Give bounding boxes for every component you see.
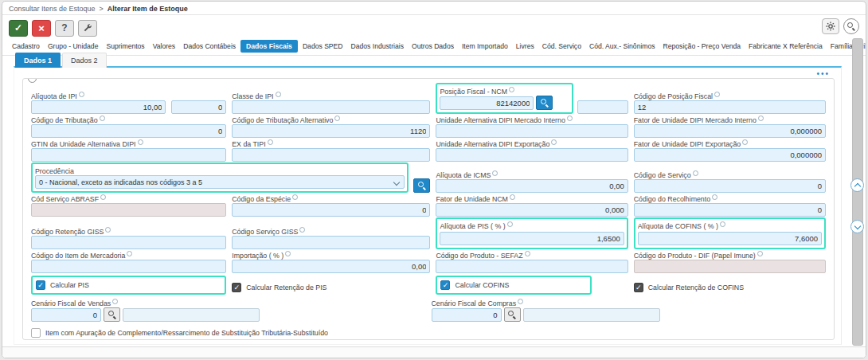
tab-dados-contabeis[interactable]: Dados Contábeis: [180, 40, 239, 53]
settings-button[interactable]: [822, 18, 839, 34]
info-icon[interactable]: [757, 251, 763, 256]
unidade-alt-dipi-exp-input[interactable]: [436, 148, 628, 162]
codigo-retencao-giss-input[interactable]: [31, 236, 226, 249]
tab-fabricante-x-referencia[interactable]: Fabricante X Referência: [745, 40, 826, 53]
info-icon[interactable]: [112, 299, 118, 304]
info-icon[interactable]: [712, 194, 717, 200]
tab-suprimentos[interactable]: Suprimentos: [103, 40, 147, 53]
info-icon[interactable]: [567, 115, 573, 121]
info-icon[interactable]: [105, 227, 111, 233]
subtab-dados-1[interactable]: Dados 1: [15, 53, 61, 68]
calcular-cofins-checkbox[interactable]: Calcular COFINS: [436, 276, 592, 295]
aliquota-ipi-aux-input[interactable]: [171, 100, 226, 114]
procedencia-search-button[interactable]: [413, 178, 430, 193]
scroll-down-button[interactable]: [850, 220, 864, 233]
ncm-aux-input[interactable]: [577, 100, 628, 114]
checkbox-checked-icon[interactable]: [634, 283, 643, 292]
ncm-search-button[interactable]: [536, 96, 553, 110]
info-icon[interactable]: [100, 115, 105, 121]
calcular-retencao-pis-checkbox[interactable]: Calcular Retenção de PIS: [232, 280, 430, 295]
tab-grupo-unidade[interactable]: Grupo - Unidade: [45, 40, 102, 53]
codigo-item-mercadoria-input[interactable]: [31, 260, 226, 273]
info-icon[interactable]: [509, 87, 514, 92]
tab-outros-dados[interactable]: Outros Dados: [409, 40, 457, 53]
procedencia-select[interactable]: 0 - Nacional, exceto as indicadas nos có…: [35, 175, 405, 189]
info-icon[interactable]: [334, 115, 340, 121]
cenario-vendas-code-input[interactable]: [31, 308, 101, 322]
checkbox-checked-icon[interactable]: [440, 280, 450, 290]
tab-reposicao-preco-venda[interactable]: Reposição - Preço Venda: [660, 40, 744, 53]
codigo-produto-dif-input: [634, 260, 826, 273]
tools-button[interactable]: [78, 20, 97, 37]
aliquota-ipi-input[interactable]: [31, 100, 166, 114]
info-icon[interactable]: [276, 92, 281, 97]
info-icon[interactable]: [138, 139, 143, 145]
unidade-alt-dipi-mi-input[interactable]: [436, 124, 628, 138]
fator-unidade-ncm-input[interactable]: [436, 203, 628, 217]
info-icon[interactable]: [693, 170, 698, 176]
scroll-up-button[interactable]: [850, 178, 864, 192]
vertical-scrollbar[interactable]: [852, 38, 863, 346]
info-icon[interactable]: [79, 92, 84, 97]
gtin-dipi-input[interactable]: [31, 148, 226, 162]
aliquota-cofins-input[interactable]: [638, 232, 822, 245]
ex-tipi-input[interactable]: [232, 148, 430, 162]
cenario-compras-code-input[interactable]: [432, 308, 502, 322]
confirm-button[interactable]: ✓: [9, 20, 28, 37]
info-icon[interactable]: [100, 194, 106, 200]
tab-dados-sped[interactable]: Dados SPED: [299, 40, 346, 53]
calcular-pis-checkbox[interactable]: Calcular PIS: [31, 276, 226, 295]
fator-dipi-mi-input[interactable]: [634, 124, 826, 138]
cancel-button[interactable]: ×: [32, 20, 51, 37]
help-button[interactable]: ?: [55, 20, 74, 37]
calcular-retencao-cofins-checkbox[interactable]: Calcular Retenção de COFINS: [634, 280, 826, 295]
info-icon[interactable]: [518, 299, 523, 304]
codigo-posicao-fiscal-input[interactable]: [634, 100, 826, 114]
info-icon[interactable]: [551, 139, 557, 145]
info-icon[interactable]: [720, 221, 725, 227]
subtab-dados-2[interactable]: Dados 2: [62, 53, 107, 68]
info-icon[interactable]: [292, 194, 298, 200]
importacao-pct-input[interactable]: [232, 260, 430, 273]
cenario-compras-search-button[interactable]: [504, 307, 521, 322]
cenario-vendas-search-button[interactable]: [104, 307, 120, 322]
codigo-servico-input[interactable]: [634, 179, 826, 193]
tab-cadastro[interactable]: Cadastro: [9, 40, 43, 53]
item-apuracao-st-checkbox[interactable]: Item com Apuração de Complemento/Ressarc…: [31, 326, 826, 340]
codigo-servico-giss-input[interactable]: [232, 236, 430, 249]
info-icon[interactable]: [525, 251, 530, 256]
tab-dados-industriais[interactable]: Dados Industriais: [348, 40, 407, 53]
tab-cod-servico[interactable]: Cód. Serviço: [539, 40, 585, 53]
tab-item-importado[interactable]: Item Importado: [459, 40, 511, 53]
tab-valores[interactable]: Valores: [150, 40, 179, 53]
info-icon[interactable]: [742, 139, 748, 145]
posicao-fiscal-ncm-input[interactable]: [440, 96, 534, 110]
codigo-recolhimento-input[interactable]: [634, 203, 826, 217]
info-icon[interactable]: [714, 92, 720, 97]
aliquota-pis-input[interactable]: [440, 232, 624, 245]
tab-dados-fiscais[interactable]: Dados Fiscais: [240, 40, 298, 53]
codigo-tributacao-input[interactable]: [31, 124, 226, 138]
checkbox-checked-icon[interactable]: [36, 280, 45, 290]
aliquota-icms-input[interactable]: [436, 179, 628, 193]
breadcrumb-parent[interactable]: Consultar Itens de Estoque: [9, 5, 96, 13]
codigo-produto-sefaz-input[interactable]: [436, 260, 628, 273]
info-icon[interactable]: [507, 221, 513, 227]
fator-dipi-exp-input[interactable]: [634, 148, 826, 162]
info-icon[interactable]: [127, 251, 132, 256]
tab-livres[interactable]: Livres: [513, 40, 538, 53]
checkbox-checked-icon[interactable]: [232, 283, 241, 292]
info-icon[interactable]: [285, 251, 291, 256]
info-icon[interactable]: [510, 194, 515, 200]
info-icon[interactable]: [492, 170, 498, 176]
codigo-especie-input[interactable]: [232, 203, 430, 217]
panel-menu-button[interactable]: •••: [816, 69, 830, 78]
info-icon[interactable]: [299, 227, 305, 233]
classe-ipi-input[interactable]: [232, 100, 430, 114]
tab-cod-aux-sinonimos[interactable]: Cód. Aux.- Sinônimos: [586, 40, 659, 53]
search-button[interactable]: [843, 18, 859, 34]
info-icon[interactable]: [758, 115, 764, 121]
checkbox-unchecked-icon[interactable]: [31, 328, 41, 338]
codigo-tributacao-alternativo-input[interactable]: [232, 124, 430, 138]
info-icon[interactable]: [268, 139, 273, 145]
